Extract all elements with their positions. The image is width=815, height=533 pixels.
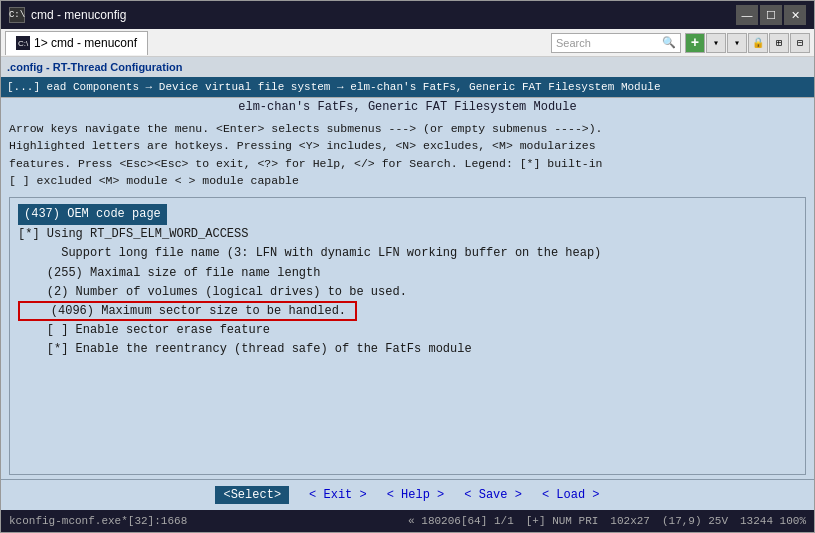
arrow-button[interactable]: ▾: [727, 33, 747, 53]
status-position: « 180206[64] 1/1: [408, 515, 514, 527]
lock-icon: 🔒: [748, 33, 768, 53]
search-icon: 🔍: [662, 36, 676, 49]
minimize-button[interactable]: —: [736, 5, 758, 25]
tab-label: 1> cmd - menuconf: [34, 36, 137, 50]
status-left: kconfig-mconf.exe*[32]:1668: [9, 515, 187, 527]
using-dfs-text: [*] Using RT_DFS_ELM_WORD_ACCESS: [18, 227, 248, 241]
search-area: Search 🔍 + ▾ ▾ 🔒 ⊞ ⊟: [551, 33, 810, 53]
info-line-1: Arrow keys navigate the menu. <Enter> se…: [9, 120, 806, 137]
select-button[interactable]: <Select>: [215, 486, 289, 504]
reentrancy-text: [*] Enable the reentrancy (thread safe) …: [18, 342, 472, 356]
dropdown-button[interactable]: ▾: [706, 33, 726, 53]
status-size: 13244 100%: [740, 515, 806, 527]
breadcrumb: .config - RT-Thread Configuration: [1, 57, 814, 77]
status-right: « 180206[64] 1/1 [+] NUM PRI 102x27 (17,…: [408, 515, 806, 527]
grid-icon: ⊞: [769, 33, 789, 53]
toolbar-buttons: + ▾ ▾ 🔒 ⊞ ⊟: [685, 33, 810, 53]
title-bar-left: C:\ cmd - menuconfig: [9, 7, 126, 23]
maximal-text: (255) Maximal size of file name length: [18, 266, 320, 280]
menu-item-volumes[interactable]: (2) Number of volumes (logical drives) t…: [14, 283, 801, 302]
menu-item-reentrancy[interactable]: [*] Enable the reentrancy (thread safe) …: [14, 340, 801, 359]
content-panel: (437) OEM code page [*] Using RT_DFS_ELM…: [9, 197, 806, 475]
tab-icon: C:\: [16, 36, 30, 50]
menu-item-maximal[interactable]: (255) Maximal size of file name length: [14, 264, 801, 283]
title-bar-controls: — ☐ ✕: [736, 5, 806, 25]
sector-outline: (4096) Maximum sector size to be handled…: [18, 301, 357, 321]
maximize-button[interactable]: ☐: [760, 5, 782, 25]
info-line-3: features. Press <Esc><Esc> to exit, <?> …: [9, 155, 806, 172]
status-bar: kconfig-mconf.exe*[32]:1668 « 180206[64]…: [1, 510, 814, 532]
volumes-text: (2) Number of volumes (logical drives) t…: [18, 285, 407, 299]
breadcrumb-text: .config - RT-Thread Configuration: [7, 61, 182, 73]
oem-selected-text: (437) OEM code page: [18, 204, 167, 225]
tab-cmd[interactable]: C:\ 1> cmd - menuconf: [5, 31, 148, 55]
status-cursor: (17,9) 25V: [662, 515, 728, 527]
bottom-bar: <Select> < Exit > < Help > < Save > < Lo…: [1, 479, 814, 510]
split-icon: ⊟: [790, 33, 810, 53]
load-button[interactable]: < Load >: [542, 488, 600, 502]
menu-item-sector[interactable]: (4096) Maximum sector size to be handled…: [14, 302, 801, 321]
module-title-text: elm-chan's FatFs, Generic FAT Filesystem…: [238, 100, 576, 114]
add-button[interactable]: +: [685, 33, 705, 53]
module-title: elm-chan's FatFs, Generic FAT Filesystem…: [1, 97, 814, 116]
erase-text: [ ] Enable sector erase feature: [18, 323, 270, 337]
window-title: cmd - menuconfig: [31, 8, 126, 22]
menu-item-using-dfs[interactable]: [*] Using RT_DFS_ELM_WORD_ACCESS: [14, 225, 801, 244]
info-line-2: Highlighted letters are hotkeys. Pressin…: [9, 137, 806, 154]
save-button[interactable]: < Save >: [464, 488, 522, 502]
info-text-area: Arrow keys navigate the menu. <Enter> se…: [1, 116, 814, 193]
help-button[interactable]: < Help >: [387, 488, 445, 502]
path-bar: [...] ead Components → Device virtual fi…: [1, 77, 814, 97]
main-content: (437) OEM code page [*] Using RT_DFS_ELM…: [1, 193, 814, 479]
info-line-4: [ ] excluded <M> module < > module capab…: [9, 172, 806, 189]
cmd-icon: C:\: [9, 7, 25, 23]
menu-item-lfn[interactable]: Support long file name (3: LFN with dyna…: [14, 244, 801, 263]
close-button[interactable]: ✕: [784, 5, 806, 25]
search-placeholder: Search: [556, 37, 591, 49]
status-mode: [+] NUM PRI: [526, 515, 599, 527]
title-bar: C:\ cmd - menuconfig — ☐ ✕: [1, 1, 814, 29]
lfn-text: Support long file name (3: LFN with dyna…: [18, 246, 601, 260]
menu-bar-row: C:\ 1> cmd - menuconf Search 🔍 + ▾ ▾ 🔒 ⊞…: [1, 29, 814, 57]
window-frame: C:\ cmd - menuconfig — ☐ ✕ C:\ 1> cmd - …: [0, 0, 815, 533]
status-dimensions: 102x27: [610, 515, 650, 527]
path-text: [...] ead Components → Device virtual fi…: [7, 81, 661, 93]
exit-button[interactable]: < Exit >: [309, 488, 367, 502]
search-box: Search 🔍: [551, 33, 681, 53]
menu-item-oem[interactable]: (437) OEM code page: [14, 204, 801, 225]
menu-item-erase[interactable]: [ ] Enable sector erase feature: [14, 321, 801, 340]
